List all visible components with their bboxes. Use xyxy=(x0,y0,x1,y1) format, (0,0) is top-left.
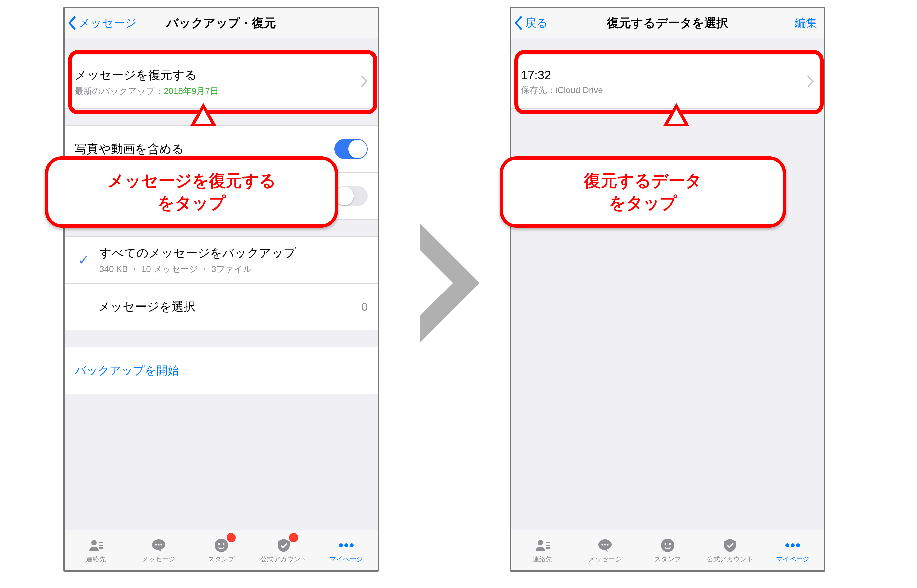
tab-messages[interactable]: メッセージ xyxy=(574,530,636,570)
callout-tail-right xyxy=(663,103,690,126)
svg-point-22 xyxy=(669,543,671,545)
mypage-icon xyxy=(339,538,355,553)
restore-title: メッセージを復元する xyxy=(75,67,368,83)
callout-tail-left xyxy=(190,103,217,126)
callout-left: メッセージを復元する をタップ xyxy=(45,157,338,228)
select-messages-label: メッセージを選択 xyxy=(98,299,196,315)
svg-marker-26 xyxy=(420,223,480,343)
nav-title: バックアップ・復元 xyxy=(166,15,276,31)
restore-data-cell[interactable]: 17:32 保存先：iCloud Drive xyxy=(511,55,824,109)
svg-point-12 xyxy=(350,543,354,548)
include-media-label: 写真や動画を含める xyxy=(75,141,184,157)
backup-all-cell[interactable]: ✓ すべてのメッセージをバックアップ 340 KB ・ 10 メッセージ ・ 3… xyxy=(65,236,378,284)
nav-edit-button[interactable]: 編集 xyxy=(795,8,817,38)
tab-mypage[interactable]: マイページ xyxy=(761,530,824,570)
nav-back-button[interactable]: メッセージ xyxy=(68,8,136,38)
restore-data-time: 17:32 xyxy=(521,68,814,82)
callout-text: 復元するデータ をタップ xyxy=(584,171,702,212)
callout-text: メッセージを復元する をタップ xyxy=(107,171,276,212)
nav-bar: メッセージ バックアップ・復元 xyxy=(65,8,378,38)
svg-rect-15 xyxy=(546,545,549,546)
tab-messages[interactable]: メッセージ xyxy=(127,530,190,570)
phone-screen-left: メッセージ バックアップ・復元 メッセージを復元する 最新のバックアップ：201… xyxy=(63,6,379,572)
nav-back-label: メッセージ xyxy=(79,15,136,31)
messages-icon xyxy=(597,538,613,553)
svg-point-5 xyxy=(157,544,159,545)
svg-rect-2 xyxy=(99,545,103,546)
svg-point-20 xyxy=(661,539,674,552)
tab-contacts[interactable]: 連絡先 xyxy=(65,530,127,570)
stamps-icon xyxy=(659,538,676,553)
svg-point-11 xyxy=(344,543,348,548)
contacts-icon xyxy=(88,538,104,553)
svg-point-25 xyxy=(796,543,800,548)
svg-point-9 xyxy=(222,543,224,545)
callout-right: 復元するデータ をタップ xyxy=(500,157,786,228)
svg-rect-14 xyxy=(546,542,549,543)
svg-point-6 xyxy=(160,544,162,545)
mypage-icon xyxy=(785,538,801,553)
svg-point-4 xyxy=(155,544,157,545)
tab-mypage[interactable]: マイページ xyxy=(315,530,378,570)
svg-point-7 xyxy=(214,539,228,552)
restore-subtitle: 最新のバックアップ：2018年9月7日 xyxy=(75,85,368,97)
arrow-right-icon xyxy=(413,216,486,351)
backup-all-title: すべてのメッセージをバックアップ xyxy=(99,245,368,261)
svg-rect-16 xyxy=(546,548,549,549)
chevron-right-icon xyxy=(360,75,368,89)
svg-point-8 xyxy=(218,543,220,545)
tab-contacts[interactable]: 連絡先 xyxy=(511,530,574,570)
unknown-toggle[interactable] xyxy=(334,186,368,206)
select-messages-value: 0 xyxy=(361,300,368,313)
svg-point-0 xyxy=(91,540,97,545)
nav-back-button[interactable]: 戻る xyxy=(514,8,548,38)
phone-screen-right: 戻る 復元するデータを選択 編集 17:32 保存先：iCloud Drive xyxy=(510,6,825,572)
tab-official[interactable]: 公式アカウント xyxy=(253,530,315,570)
badge-icon xyxy=(289,533,298,543)
messages-icon xyxy=(151,538,167,553)
svg-point-10 xyxy=(339,543,343,548)
svg-point-24 xyxy=(791,543,795,548)
tab-stamps[interactable]: スタンプ xyxy=(636,530,699,570)
official-icon xyxy=(722,538,738,553)
svg-rect-3 xyxy=(99,548,103,549)
badge-icon xyxy=(227,533,236,543)
chevron-left-icon xyxy=(68,16,77,30)
start-backup-cell[interactable]: バックアップを開始 xyxy=(65,347,378,394)
start-backup-label: バックアップを開始 xyxy=(75,363,179,378)
nav-bar: 戻る 復元するデータを選択 編集 xyxy=(511,8,824,38)
restore-messages-cell[interactable]: メッセージを復元する 最新のバックアップ：2018年9月7日 xyxy=(65,55,378,109)
restore-data-dest: 保存先：iCloud Drive xyxy=(521,84,814,96)
nav-title: 復元するデータを選択 xyxy=(607,15,729,31)
svg-point-18 xyxy=(604,544,606,545)
svg-point-23 xyxy=(786,543,789,548)
backup-all-detail: 340 KB ・ 10 メッセージ ・ 3ファイル xyxy=(99,263,368,275)
tab-bar: 連絡先 メッセージ スタンプ 公式アカウント マイページ xyxy=(511,530,824,570)
tab-stamps[interactable]: スタンプ xyxy=(190,530,253,570)
select-messages-cell[interactable]: メッセージを選択 0 xyxy=(65,284,378,330)
include-media-toggle[interactable] xyxy=(334,139,368,159)
contacts-icon xyxy=(534,538,550,553)
tab-official[interactable]: 公式アカウント xyxy=(699,530,761,570)
svg-point-19 xyxy=(607,544,608,545)
svg-point-13 xyxy=(538,540,543,545)
nav-back-label: 戻る xyxy=(525,15,548,31)
check-icon: ✓ xyxy=(78,252,89,268)
chevron-left-icon xyxy=(514,16,523,30)
svg-point-21 xyxy=(664,543,666,545)
chevron-right-icon xyxy=(807,75,814,89)
svg-point-17 xyxy=(601,544,603,545)
svg-rect-1 xyxy=(99,542,103,543)
tab-bar: 連絡先 メッセージ スタンプ 公式アカウント マイページ xyxy=(65,530,378,570)
